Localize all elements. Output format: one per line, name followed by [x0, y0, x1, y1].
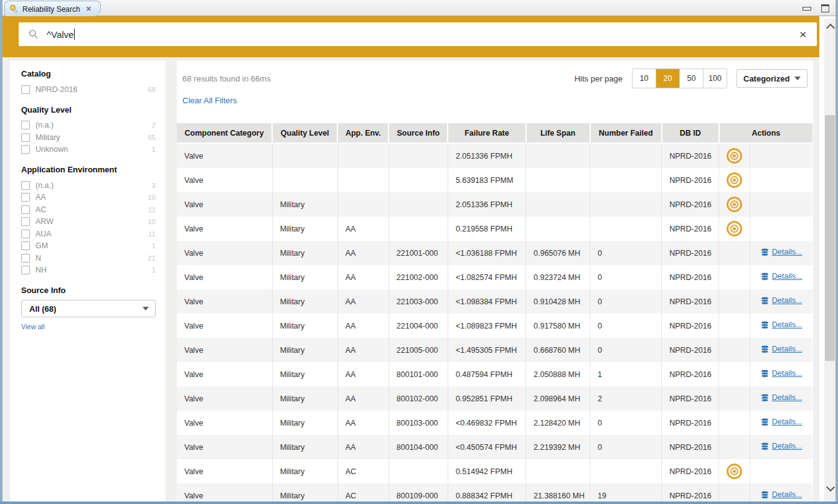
- filter-count: 2: [152, 121, 156, 129]
- cell-life-span: [526, 459, 590, 483]
- database-icon: [761, 370, 769, 378]
- cell-app-env: AA: [337, 289, 388, 314]
- cell-action-details: Details...: [750, 435, 812, 459]
- filter-label: GM: [35, 241, 146, 250]
- checkbox[interactable]: [21, 205, 30, 214]
- checkbox[interactable]: [21, 145, 30, 154]
- table-row: ValveMilitaryAA0.219558 FPMHNPRD-2016: [177, 217, 812, 241]
- filter-count: 11: [148, 230, 156, 238]
- details-link-label: Details...: [772, 345, 803, 353]
- cell-life-span: [526, 192, 590, 217]
- view-all-link[interactable]: View all: [21, 323, 45, 330]
- header-app-env: App. Env.: [337, 123, 388, 143]
- cell-component-category: Valve: [177, 168, 272, 192]
- tab-reliability-search[interactable]: Reliability Search ✕: [4, 1, 101, 17]
- details-link[interactable]: Details...: [761, 272, 803, 281]
- page-size-20-selected[interactable]: 20: [656, 69, 680, 88]
- details-link[interactable]: Details...: [761, 369, 803, 378]
- filter-label: (n.a.): [35, 181, 146, 190]
- hits-per-page-label: Hits per page: [575, 74, 623, 83]
- target-icon[interactable]: [727, 197, 742, 212]
- cell-life-span: [526, 143, 590, 168]
- details-link[interactable]: Details...: [761, 248, 803, 256]
- cell-action-details: Details...: [750, 338, 812, 362]
- cell-db-id: NPRD-2016: [662, 483, 719, 502]
- cell-app-env: AA: [337, 217, 388, 241]
- header-source-info: Source Info: [388, 123, 448, 143]
- tab-close-icon[interactable]: ✕: [86, 5, 92, 13]
- cell-life-span: 0.923724 MH: [526, 265, 590, 289]
- cell-failure-rate: 2.051336 FPMH: [448, 192, 525, 217]
- cell-quality-level: Military: [272, 192, 337, 217]
- checkbox[interactable]: [21, 241, 30, 250]
- filter-item: GM1: [21, 240, 156, 253]
- scrollbar-thumb[interactable]: [825, 115, 835, 361]
- scroll-down-arrow-icon[interactable]: [826, 483, 835, 492]
- minimize-button[interactable]: [803, 7, 811, 11]
- cell-life-span: [526, 168, 590, 192]
- details-link[interactable]: Details...: [761, 490, 803, 499]
- cell-quality-level: Military: [272, 265, 337, 289]
- table-row: ValveMilitaryAA221002-000<1.082574 FPMH0…: [177, 265, 812, 289]
- details-link[interactable]: Details...: [761, 418, 803, 426]
- cell-source-info: 221005-000: [388, 338, 448, 362]
- cell-number-failed: [590, 168, 662, 192]
- target-icon[interactable]: [727, 464, 742, 479]
- cell-source-info: 800103-000: [388, 411, 448, 435]
- scroll-up-arrow-icon[interactable]: [826, 24, 835, 32]
- cell-action-icon: [719, 338, 750, 362]
- table-row: ValveMilitaryAA221001-000<1.036188 FPMH0…: [177, 241, 812, 265]
- checkbox[interactable]: [21, 254, 30, 263]
- checkbox[interactable]: [21, 181, 30, 190]
- checkbox[interactable]: [21, 85, 30, 94]
- sort-mode-dropdown[interactable]: Categorized: [737, 69, 807, 88]
- target-icon[interactable]: [727, 148, 742, 164]
- cell-app-env: AA: [337, 435, 388, 459]
- cell-action-icon: [719, 192, 750, 217]
- cell-failure-rate: <1.089823 FPMH: [448, 314, 525, 338]
- checkbox[interactable]: [21, 217, 30, 226]
- reliability-search-view-icon: [9, 4, 19, 14]
- cell-number-failed: 0: [590, 338, 662, 362]
- cell-component-category: Valve: [177, 386, 272, 411]
- clear-search-icon[interactable]: ✕: [799, 30, 807, 39]
- target-icon[interactable]: [727, 221, 742, 236]
- cell-db-id: NPRD-2016: [662, 435, 719, 459]
- cell-quality-level: Military: [272, 362, 337, 386]
- cell-action-icon: [719, 314, 750, 338]
- cell-app-env: [337, 192, 388, 217]
- cell-action-details: Details...: [750, 386, 812, 411]
- page-size-100[interactable]: 100: [704, 69, 727, 88]
- cell-action-icon: [719, 386, 750, 411]
- source-info-dropdown[interactable]: All (68): [21, 300, 156, 317]
- filter-section-quality-level: Quality Level (n.a.)2Military65Unknown1: [21, 105, 156, 156]
- details-link[interactable]: Details...: [761, 442, 803, 450]
- details-link[interactable]: Details...: [761, 320, 803, 329]
- filter-count: 1: [152, 146, 156, 153]
- details-link[interactable]: Details...: [761, 345, 803, 353]
- vertical-scrollbar[interactable]: [824, 19, 836, 502]
- maximize-button[interactable]: [821, 4, 829, 12]
- cell-number-failed: [590, 143, 662, 168]
- target-icon[interactable]: [727, 172, 742, 188]
- checkbox[interactable]: [21, 121, 30, 129]
- cell-action-details: [750, 217, 812, 241]
- page-size-10[interactable]: 10: [633, 69, 656, 88]
- cell-life-span: 0.917580 MH: [526, 314, 590, 338]
- search-input[interactable]: ^Valve ✕: [19, 22, 817, 46]
- checkbox[interactable]: [21, 266, 30, 274]
- checkbox[interactable]: [21, 230, 30, 238]
- checkbox[interactable]: [21, 193, 30, 202]
- page-size-50[interactable]: 50: [680, 69, 704, 88]
- details-link-label: Details...: [772, 248, 803, 256]
- cell-number-failed: 1: [590, 362, 662, 386]
- clear-all-filters-link[interactable]: Clear All Filters: [182, 96, 237, 105]
- details-link[interactable]: Details...: [761, 296, 803, 305]
- table-row: ValveMilitaryAA800103-000<0.469832 FPMH2…: [177, 411, 812, 435]
- checkbox[interactable]: [21, 133, 30, 142]
- database-icon: [761, 297, 769, 305]
- cell-action-details: [750, 143, 812, 168]
- details-link[interactable]: Details...: [761, 393, 803, 402]
- filter-label: Military: [35, 133, 142, 142]
- cell-number-failed: 19: [590, 483, 662, 502]
